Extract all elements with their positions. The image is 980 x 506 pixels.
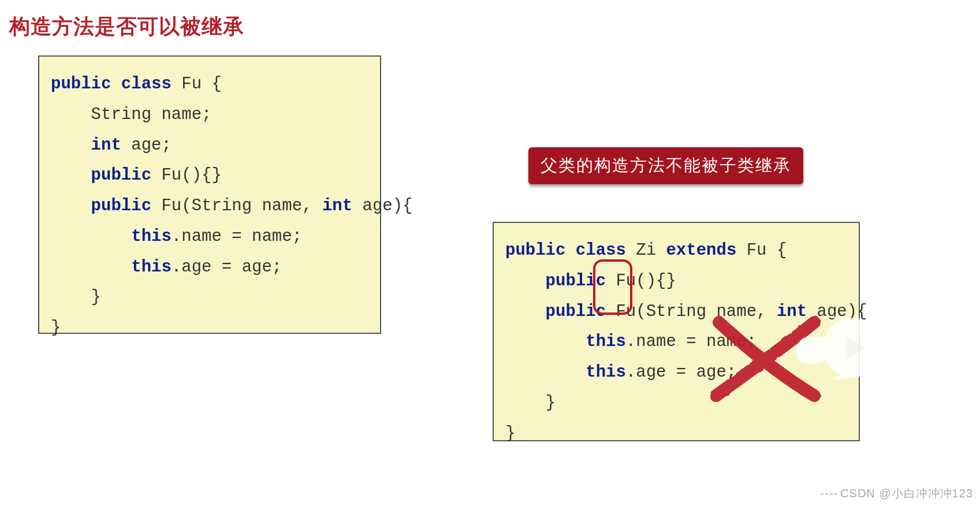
watermark-text: ----CSDN @小白冲冲冲123 bbox=[820, 486, 973, 501]
code-keyword: this bbox=[51, 227, 172, 246]
code-text: } bbox=[51, 318, 61, 337]
code-text: Fu { bbox=[172, 75, 222, 94]
code-type: int bbox=[322, 196, 352, 215]
code-text: Zi bbox=[626, 241, 666, 260]
watermark-dashes: ---- bbox=[820, 487, 838, 500]
code-text: Fu { bbox=[736, 241, 787, 260]
code-type: int bbox=[777, 302, 807, 321]
code-keyword: public bbox=[51, 166, 151, 185]
code-text: .name = name; bbox=[626, 332, 757, 351]
slide-title: 构造方法是否可以被继承 bbox=[9, 13, 244, 41]
code-keyword: this bbox=[505, 363, 626, 382]
code-text: .name = name; bbox=[172, 227, 302, 246]
code-keyword: public bbox=[51, 75, 111, 94]
code-keyword: public bbox=[505, 302, 606, 321]
code-text: Fu(){} bbox=[151, 166, 222, 185]
code-keyword: this bbox=[505, 332, 626, 351]
code-text: Fu(){} bbox=[606, 271, 676, 291]
code-keyword: public bbox=[505, 241, 565, 260]
code-text: age){ bbox=[352, 196, 412, 215]
code-text: } bbox=[505, 424, 515, 443]
code-text: age; bbox=[121, 136, 172, 155]
code-type: int bbox=[51, 136, 121, 155]
code-text: } bbox=[51, 288, 101, 307]
code-text: } bbox=[505, 393, 556, 412]
code-keyword: public bbox=[51, 196, 151, 215]
code-keyword: extends bbox=[666, 241, 736, 260]
code-keyword: class bbox=[111, 75, 171, 94]
code-text: Fu(String name, bbox=[606, 302, 777, 321]
code-block-child-class: public class Zi extends Fu { public Fu()… bbox=[493, 222, 860, 441]
code-keyword: this bbox=[51, 258, 172, 277]
code-text: .age = age; bbox=[172, 258, 282, 277]
code-text: Fu(String name, bbox=[151, 196, 322, 215]
rule-banner: 父类的构造方法不能被子类继承 bbox=[528, 147, 803, 184]
code-text: String name; bbox=[51, 105, 211, 124]
code-keyword: class bbox=[565, 241, 625, 260]
code-keyword: public bbox=[505, 271, 606, 291]
watermark-main: CSDN @小白冲冲冲123 bbox=[840, 487, 973, 500]
code-block-parent-class: public class Fu { String name; int age; … bbox=[38, 55, 381, 334]
code-text: .age = age; bbox=[626, 363, 736, 382]
code-text: age){ bbox=[807, 302, 867, 321]
